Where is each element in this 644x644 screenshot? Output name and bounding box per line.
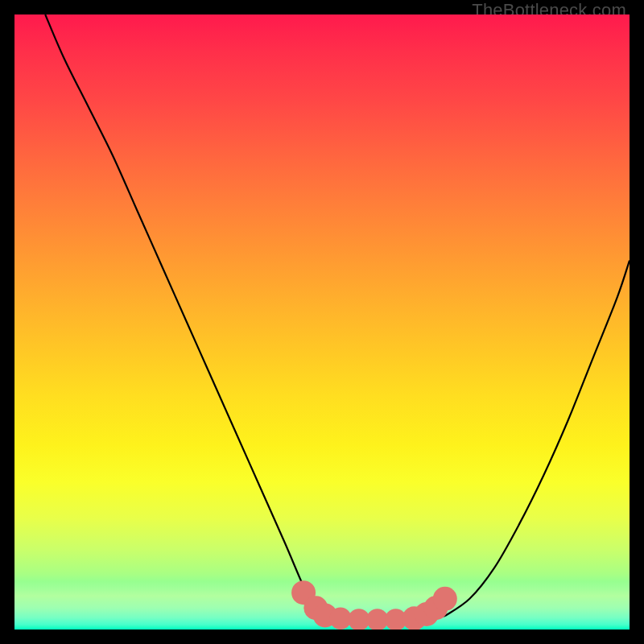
chart-frame: TheBottleneck.com	[0, 0, 644, 644]
curve-layer	[14, 14, 630, 630]
left-curve	[45, 14, 319, 617]
valley-marker-point	[433, 587, 457, 611]
valley-markers	[291, 580, 457, 630]
right-curve	[445, 261, 630, 617]
plot-area	[14, 14, 630, 630]
